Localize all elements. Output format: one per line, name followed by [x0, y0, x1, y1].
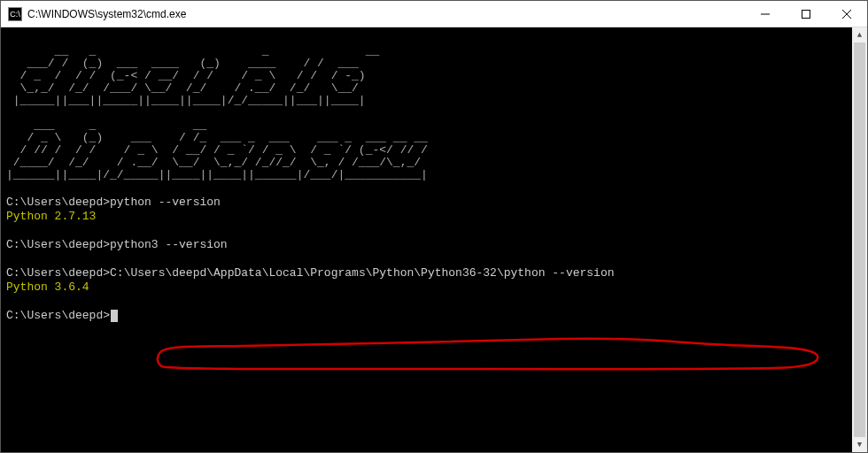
vertical-scrollbar[interactable]: ▲ ▼ — [852, 27, 867, 452]
scroll-down-arrow-icon[interactable]: ▼ — [852, 437, 867, 452]
prompt-line-4: C:\Users\deepd> — [6, 309, 110, 322]
scroll-thumb[interactable] — [854, 42, 865, 437]
close-icon — [842, 10, 851, 19]
output-python3-version: Python 3.6.4 — [6, 280, 89, 294]
ascii-art-block: __ _ _ __ ___/ / (_) ___ ____ (_) ____ /… — [6, 45, 847, 181]
output-python2-version: Python 2.7.13 — [6, 210, 96, 223]
maximize-icon — [802, 10, 810, 19]
prompt-line-2: C:\Users\deepd>python3 --version — [6, 238, 228, 251]
maximize-button[interactable] — [786, 1, 826, 27]
minimize-icon — [761, 10, 770, 19]
cmd-window: C:\ C:\WINDOWS\system32\cmd.exe __ _ _ _… — [0, 0, 868, 453]
scroll-up-arrow-icon[interactable]: ▲ — [852, 27, 867, 42]
prompt-line-1: C:\Users\deepd>python --version — [6, 196, 221, 209]
cursor — [111, 310, 118, 322]
titlebar[interactable]: C:\ C:\WINDOWS\system32\cmd.exe — [1, 1, 867, 27]
terminal[interactable]: __ _ _ __ ___/ / (_) ___ ____ (_) ____ /… — [1, 27, 852, 452]
terminal-area: __ _ _ __ ___/ / (_) ___ ____ (_) ____ /… — [1, 27, 867, 452]
close-button[interactable] — [826, 1, 867, 27]
cmd-icon: C:\ — [8, 7, 22, 21]
window-controls — [745, 1, 867, 27]
red-circle-annotation — [98, 322, 780, 366]
prompt-line-3: C:\Users\deepd>C:\Users\deepd\AppData\Lo… — [6, 266, 615, 280]
scroll-track[interactable] — [852, 42, 867, 437]
minimize-button[interactable] — [745, 1, 786, 27]
svg-rect-1 — [802, 10, 810, 18]
window-title: C:\WINDOWS\system32\cmd.exe — [27, 8, 745, 20]
